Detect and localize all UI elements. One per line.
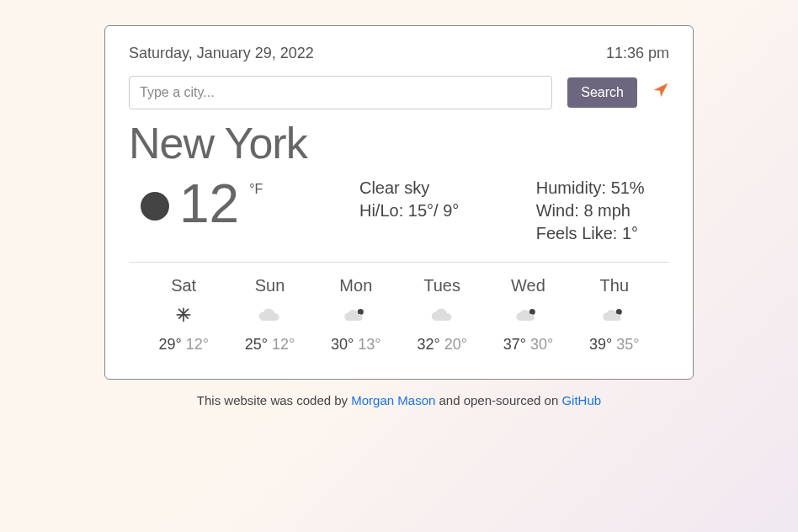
current-temp: 12 xyxy=(179,177,239,231)
today-lo: 9 xyxy=(443,201,459,220)
current-time: 11:36 pm xyxy=(606,45,669,62)
forecast-temps: 39 35 xyxy=(577,336,652,354)
forecast-cloud-sun-icon xyxy=(577,304,652,326)
temperature-block: 12 °F xyxy=(129,177,334,245)
footer-text-1: This website was coded by xyxy=(197,393,351,407)
footer-text-2: and open-sourced on xyxy=(435,393,561,407)
forecast-day-name: Mon xyxy=(318,276,394,295)
wind-row: Wind: 8 mph xyxy=(536,200,645,222)
svg-point-2 xyxy=(616,309,622,315)
city-search-input[interactable] xyxy=(129,76,552,109)
wind-label: Wind: xyxy=(536,201,579,220)
forecast-day: Sat29 12 xyxy=(146,276,221,354)
current-condition-icon xyxy=(141,192,169,221)
header-line: Saturday, January 29, 2022 11:36 pm xyxy=(129,45,669,62)
forecast-hi: 37 xyxy=(503,336,526,353)
author-link[interactable]: Morgan Mason xyxy=(351,393,435,407)
hilo-text: Hi/Lo: 15/ 9 xyxy=(359,200,511,222)
forecast-day-name: Tues xyxy=(404,276,480,295)
hilo-prefix: Hi/Lo: xyxy=(359,201,408,220)
humidity-row: Humidity: 51% xyxy=(536,177,645,200)
forecast-row: Sat29 12Sun25 12Mon30 13Tues32 20Wed37 3… xyxy=(129,276,669,354)
forecast-day: Mon30 13 xyxy=(318,276,394,354)
forecast-day: Tues32 20 xyxy=(404,276,480,354)
forecast-lo: 12 xyxy=(186,336,209,353)
footer: This website was coded by Morgan Mason a… xyxy=(0,393,798,407)
humidity-value: 51% xyxy=(611,178,645,197)
current-weather: 12 °F Clear sky Hi/Lo: 15/ 9 Humidity: 5… xyxy=(129,177,669,245)
forecast-day: Sun25 12 xyxy=(231,276,307,354)
forecast-temps: 37 30 xyxy=(490,336,566,354)
forecast-temps: 25 12 xyxy=(231,336,307,354)
weather-card: Saturday, January 29, 2022 11:36 pm Sear… xyxy=(104,25,694,380)
feelslike-label: Feels Like: xyxy=(536,224,618,242)
forecast-snowflake-icon xyxy=(146,304,221,326)
forecast-cloud-sun-icon xyxy=(318,304,394,326)
location-arrow-icon[interactable] xyxy=(652,82,669,104)
forecast-lo: 13 xyxy=(358,336,380,353)
forecast-lo: 30 xyxy=(530,336,553,353)
temp-unit: °F xyxy=(249,182,263,197)
svg-point-0 xyxy=(358,309,364,315)
forecast-hi: 32 xyxy=(417,336,439,353)
meta-block: Humidity: 51% Wind: 8 mph Feels Like: 1° xyxy=(536,177,645,245)
forecast-temps: 29 12 xyxy=(146,336,221,354)
search-row: Search xyxy=(129,76,669,109)
wind-value: 8 mph xyxy=(583,201,630,220)
forecast-hi: 30 xyxy=(331,336,354,353)
forecast-temps: 32 20 xyxy=(404,336,480,354)
forecast-day-name: Thu xyxy=(577,276,652,295)
forecast-hi: 29 xyxy=(158,336,181,353)
forecast-cloud-icon xyxy=(231,304,307,326)
city-name: New York xyxy=(129,118,669,168)
forecast-lo: 35 xyxy=(616,336,639,353)
search-button[interactable]: Search xyxy=(567,77,637,108)
humidity-label: Humidity: xyxy=(536,178,606,197)
forecast-lo: 12 xyxy=(272,336,295,353)
forecast-cloud-sun-icon xyxy=(490,304,566,326)
forecast-day-name: Wed xyxy=(490,276,566,295)
condition-text: Clear sky xyxy=(359,177,511,200)
forecast-hi: 39 xyxy=(589,336,612,353)
forecast-day: Wed37 30 xyxy=(490,276,566,354)
forecast-temps: 30 13 xyxy=(318,336,394,354)
forecast-day: Thu39 35 xyxy=(577,276,652,354)
condition-block: Clear sky Hi/Lo: 15/ 9 xyxy=(359,177,511,245)
feelslike-value: 1° xyxy=(622,224,638,242)
forecast-day-name: Sat xyxy=(146,276,221,295)
today-hi: 15 xyxy=(408,201,434,220)
svg-point-1 xyxy=(529,309,535,315)
github-link[interactable]: GitHub xyxy=(561,393,601,407)
forecast-hi: 25 xyxy=(245,336,268,353)
forecast-day-name: Sun xyxy=(231,276,307,295)
current-date: Saturday, January 29, 2022 xyxy=(129,45,314,62)
divider xyxy=(129,262,669,263)
forecast-lo: 20 xyxy=(444,336,467,353)
feelslike-row: Feels Like: 1° xyxy=(536,222,645,245)
forecast-cloud-icon xyxy=(404,304,480,326)
